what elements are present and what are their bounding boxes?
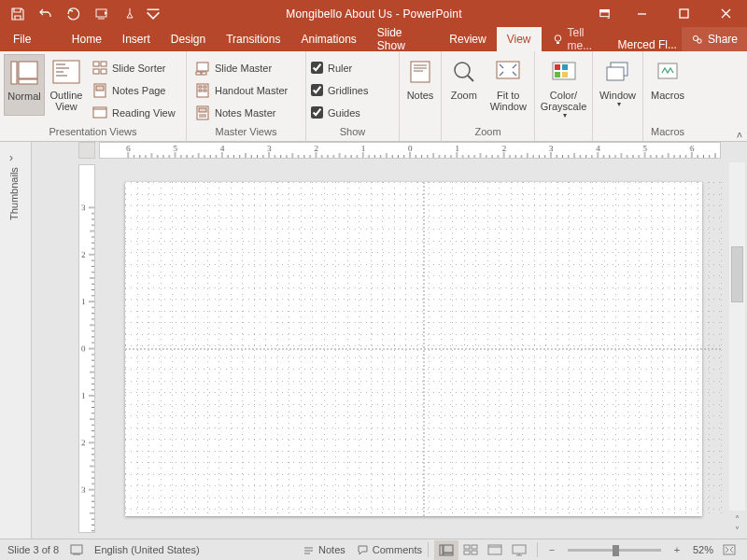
minimize-icon[interactable] [621, 0, 663, 27]
zoom-out-icon[interactable]: − [543, 540, 560, 560]
svg-rect-20 [202, 72, 206, 75]
reading-view-button[interactable]: Reading View [89, 103, 179, 122]
notes-icon [405, 57, 435, 87]
notes-button[interactable]: Notes [402, 54, 439, 114]
thumbnails-pane-collapsed[interactable]: › Thumbnails [0, 142, 32, 539]
notes-toggle[interactable]: Notes [303, 544, 345, 556]
tab-file[interactable]: File [0, 27, 44, 51]
svg-rect-42 [444, 553, 453, 555]
slide[interactable] [125, 182, 702, 516]
slide-canvas-area: ˄ ˅ [32, 142, 747, 539]
workspace: › Thumbnails ˄ ˅ [0, 142, 747, 539]
vertical-scrollbar[interactable] [729, 162, 745, 511]
horizontal-ruler[interactable] [99, 142, 721, 159]
slide-master-button[interactable]: Slide Master [191, 58, 291, 77]
group-notes: Notes [400, 51, 441, 141]
scrollbar-thumb[interactable] [731, 246, 743, 302]
svg-rect-8 [19, 62, 37, 78]
tab-slide-show[interactable]: Slide Show [367, 27, 440, 51]
chevron-down-icon: ▾ [543, 112, 587, 120]
ruler-checkbox[interactable]: Ruler [311, 58, 368, 77]
slide-counter[interactable]: Slide 3 of 8 [7, 544, 59, 555]
gridlines-checkbox[interactable]: Gridlines [311, 80, 368, 100]
start-from-beginning-icon[interactable] [90, 3, 114, 25]
notes-master-button[interactable]: Notes Master [191, 103, 291, 122]
zoom-level[interactable]: 52% [685, 544, 717, 555]
vertical-ruler[interactable] [78, 164, 95, 533]
tab-insert[interactable]: Insert [112, 27, 161, 51]
macros-button[interactable]: Macros [645, 54, 690, 114]
zoom-in-icon[interactable]: + [669, 540, 685, 560]
outline-view-button[interactable]: Outline View [46, 54, 87, 114]
svg-rect-28 [411, 62, 430, 82]
undo-icon[interactable] [34, 3, 58, 25]
fit-to-window-statusbar-icon[interactable] [717, 540, 741, 560]
svg-rect-45 [464, 551, 470, 554]
ribbon-display-options-icon[interactable] [587, 0, 621, 27]
svg-rect-33 [562, 64, 568, 70]
close-icon[interactable] [705, 0, 747, 27]
share-button[interactable]: Share [681, 27, 747, 51]
tab-view[interactable]: View [497, 27, 542, 51]
signed-in-user[interactable]: Merced Fl... [618, 38, 681, 51]
tab-home[interactable]: Home [62, 27, 112, 51]
group-presentation-views: Normal Outline View Slide Sorter Notes P… [0, 51, 187, 141]
svg-rect-35 [562, 72, 568, 77]
normal-view-icon [9, 58, 39, 88]
tab-design[interactable]: Design [161, 27, 216, 51]
prev-slide-icon[interactable]: ˄ [729, 514, 745, 525]
zoom-slider-thumb[interactable] [613, 545, 619, 556]
slide-sorter-button[interactable]: Slide Sorter [89, 58, 179, 77]
window-icon [603, 57, 633, 87]
svg-rect-11 [93, 62, 99, 66]
share-icon [691, 34, 703, 46]
handout-master-button[interactable]: Handout Master [191, 80, 291, 100]
normal-view-statusbar-icon[interactable] [434, 540, 458, 560]
svg-rect-3 [680, 9, 688, 18]
window-button[interactable]: Window▾ [595, 54, 641, 114]
group-window: Window▾ [593, 51, 643, 141]
color-grayscale-icon [549, 57, 579, 87]
svg-rect-7 [11, 62, 17, 84]
quick-access-toolbar [0, 3, 161, 25]
group-zoom: Zoom Fit to Window Zoom [442, 51, 535, 141]
guides-checkbox[interactable]: Guides [311, 103, 368, 122]
svg-rect-34 [555, 72, 560, 77]
slide-sorter-statusbar-icon[interactable] [458, 540, 483, 560]
expand-thumbnails-icon[interactable]: › [9, 151, 13, 164]
group-show: Ruler Gridlines Guides Show [306, 51, 400, 141]
language-status[interactable]: English (United States) [94, 544, 200, 555]
tab-review[interactable]: Review [439, 27, 496, 51]
tab-animations[interactable]: Animations [290, 27, 366, 51]
maximize-icon[interactable] [663, 0, 705, 27]
svg-point-6 [698, 38, 701, 42]
notes-page-icon [92, 83, 107, 98]
normal-view-button[interactable]: Normal [4, 54, 45, 116]
zoom-icon [449, 57, 479, 87]
qat-customize-icon[interactable] [146, 3, 161, 25]
redo-icon[interactable] [62, 3, 86, 25]
tab-transitions[interactable]: Transitions [216, 27, 290, 51]
svg-rect-48 [513, 545, 526, 553]
slide-show-statusbar-icon[interactable] [507, 540, 531, 560]
touch-mouse-mode-icon[interactable] [118, 3, 142, 25]
svg-rect-41 [444, 545, 453, 553]
svg-rect-14 [101, 69, 106, 74]
collapse-ribbon-icon[interactable]: ʌ [737, 129, 742, 139]
save-icon[interactable] [6, 3, 30, 25]
zoom-button[interactable]: Zoom [444, 54, 484, 114]
comments-toggle[interactable]: Comments [357, 544, 422, 556]
next-slide-icon[interactable]: ˅ [729, 525, 745, 537]
reading-view-statusbar-icon[interactable] [483, 540, 507, 560]
fit-to-window-button[interactable]: Fit to Window [486, 54, 531, 114]
tell-me-search[interactable]: Tell me... [542, 27, 618, 51]
zoom-slider[interactable] [568, 549, 661, 552]
spell-check-icon[interactable] [70, 543, 83, 556]
handout-master-icon [195, 83, 210, 98]
ribbon: Normal Outline View Slide Sorter Notes P… [0, 51, 747, 142]
window-controls [587, 0, 747, 27]
svg-rect-19 [196, 72, 201, 75]
color-grayscale-button[interactable]: Color/ Grayscale▾ [537, 54, 590, 120]
notes-page-button[interactable]: Notes Page [89, 80, 179, 100]
svg-rect-16 [96, 86, 104, 91]
